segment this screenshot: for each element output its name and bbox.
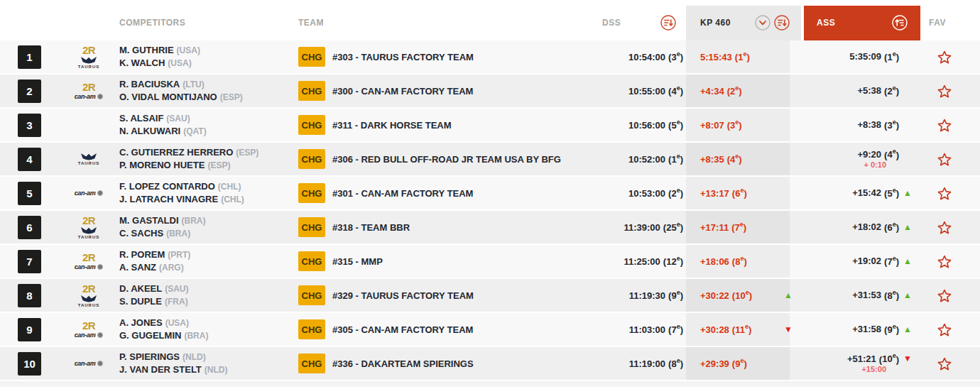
favorite-star-button[interactable] <box>937 357 952 371</box>
competitors-cell: F. LOPEZ CONTARDOCHLJ. LATRACH VINAGRECH… <box>119 177 298 209</box>
driver-line: F. LOPEZ CONTARDOCHL <box>119 180 241 193</box>
ass-cell: +51:21 10e ▼ +15:00 <box>801 347 920 380</box>
column-header-competitors: COMPETITORS <box>119 0 298 40</box>
kp-time: +4:34 <box>700 86 724 97</box>
dss-rank: 12e <box>663 256 683 267</box>
favorite-star-button[interactable] <box>937 153 952 166</box>
team-cell: CHG #318 - TEAM BBR <box>298 211 597 243</box>
trend-up-icon: ▲ <box>899 325 912 334</box>
driver-country: ESP <box>207 160 230 170</box>
position-badge: 6 <box>18 216 41 239</box>
column-header-logos <box>64 0 119 40</box>
dss-time: 10:53:00 <box>628 188 665 199</box>
ass-label: ASS <box>817 18 835 28</box>
position-badge: 4 <box>18 148 41 171</box>
favorite-star-button[interactable] <box>937 255 952 268</box>
dss-time: 11:03:00 <box>629 324 665 335</box>
table-row: 8 2RTAURUS D. AKEELSAUS. DUPLEFRA CHG #3… <box>0 279 980 312</box>
kp-cell: +4:34 2e <box>686 75 790 107</box>
dss-rank: 9e <box>668 290 683 301</box>
ordinal-suffix: e <box>746 289 749 296</box>
competitors-cell: A. JONESUSAG. GUGELMINBRA <box>119 313 298 346</box>
driver-name: P. SPIERINGS <box>119 351 180 362</box>
column-header-ass: ASS <box>801 0 920 40</box>
dss-time: 10:56:00 <box>628 120 665 131</box>
ordinal-suffix: e <box>677 84 680 92</box>
driver-country: QAT <box>183 126 206 136</box>
dss-rank: 7e <box>668 324 683 335</box>
ordinal-suffix: e <box>893 221 896 228</box>
ass-cell: +5:38 2e <box>801 75 920 107</box>
dss-cell: 11:25:00 12e <box>597 245 686 278</box>
constructor-logos: 2RTAURUS <box>64 211 119 243</box>
kp-rank: 1e <box>735 51 750 62</box>
2r-logo: 2R <box>82 45 95 55</box>
driver-country: ARG <box>159 263 184 273</box>
kp-chevron-down-icon[interactable] <box>755 15 771 31</box>
driver-country: BRA <box>184 331 208 341</box>
competitors-cell: M. GASTALDIBRAC. SACHSBRA <box>119 211 298 243</box>
kp-time: +8:07 <box>700 120 724 131</box>
taurus-logo-label: TAURUS <box>78 303 100 307</box>
driver-line: R. BACIUSKALTU <box>119 78 205 91</box>
kp-spacer <box>790 177 801 209</box>
driver-country: ESP <box>220 92 243 102</box>
driver-country: USA <box>177 45 200 55</box>
driver-name: F. LOPEZ CONTARDO <box>119 181 215 192</box>
driver-line: N. ALKUWARIQAT <box>119 125 207 138</box>
team-cell: CHG #311 - DARK HORSE TEAM <box>298 109 597 141</box>
kp-sort-descending-icon[interactable] <box>774 15 790 31</box>
can-am-logo-label: can-am <box>75 263 96 270</box>
favorite-star-button[interactable] <box>937 323 952 336</box>
kp-time: +30:22 <box>700 290 729 301</box>
ordinal-suffix: e <box>743 50 746 57</box>
table-row: 1 2RTAURUS M. GUTHRIEUSAK. WALCHUSA CHG … <box>0 40 980 73</box>
kp-time: +18:06 <box>700 256 729 267</box>
ass-rank: 9e <box>884 324 899 335</box>
driver-name: P. MORENO HUETE <box>119 160 205 170</box>
team-cell: CHG #305 - CAN-AM FACTORY TEAM <box>298 313 597 346</box>
constructor-logos <box>64 109 119 141</box>
column-header-team: TEAM <box>298 0 597 40</box>
driver-name: D. AKEEL <box>119 283 162 294</box>
dss-cell: 10:54:00 3e <box>597 40 686 73</box>
driver-name: K. WALCH <box>119 57 165 68</box>
ass-time: +19:02 <box>852 256 881 266</box>
ass-time: +31:58 <box>852 324 881 334</box>
column-header-kp: KP 460 <box>686 0 801 40</box>
favorite-star-button[interactable] <box>937 289 952 302</box>
dss-time: 11:25:00 <box>624 256 660 267</box>
favorite-star-button[interactable] <box>937 187 952 200</box>
taurus-logo: TAURUS <box>78 56 100 69</box>
favorite-star-button[interactable] <box>937 84 952 98</box>
can-am-logo-label: can-am <box>75 360 96 367</box>
kp-time: +30:28 <box>700 324 729 335</box>
favorite-star-button[interactable] <box>937 221 952 234</box>
favorite-star-button[interactable] <box>937 119 952 132</box>
ordinal-suffix: e <box>893 50 896 57</box>
team-name: #336 - DAKARTEAM SPIERINGS <box>332 358 474 369</box>
can-am-logo-label: can-am <box>75 93 96 100</box>
dss-cell: 10:52:00 1e <box>597 143 686 175</box>
table-header: COMPETITORS TEAM DSS KP 460 <box>0 0 980 40</box>
ass-time: +51:21 <box>847 354 876 364</box>
favorite-star-button[interactable] <box>937 50 952 64</box>
driver-country: USA <box>168 58 191 68</box>
kp-rank: 6e <box>732 187 747 199</box>
constructor-logos: can-am <box>64 177 119 209</box>
column-header-fav: FAV <box>920 0 980 40</box>
ordinal-suffix: e <box>677 153 680 160</box>
driver-country: CHL <box>221 194 244 204</box>
can-am-logo-label: can-am <box>75 190 96 197</box>
driver-line: A. JONESUSA <box>119 317 189 329</box>
ordinal-suffix: e <box>893 119 896 126</box>
team-name: #301 - CAN-AM FACTORY TEAM <box>332 188 473 199</box>
dss-sort-descending-icon[interactable] <box>660 15 676 31</box>
dss-time: 10:54:00 <box>628 52 665 62</box>
ass-sort-ascending-icon[interactable] <box>892 15 908 31</box>
constructor-logos: can-am <box>64 347 119 380</box>
driver-country: SAU <box>165 284 188 294</box>
position-badge: 10 <box>18 352 41 376</box>
team-cell: CHG #300 - CAN-AM FACTORY TEAM <box>298 75 597 107</box>
chg-badge: CHG <box>298 47 325 67</box>
